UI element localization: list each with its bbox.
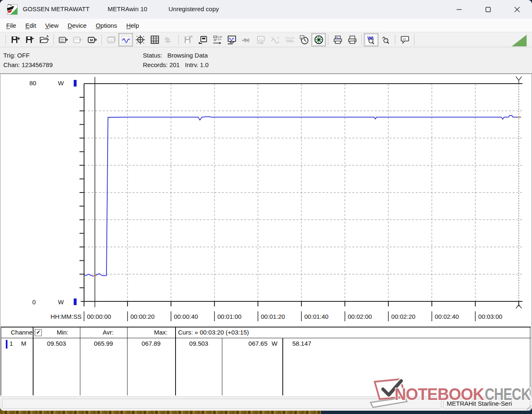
- print-preview-button[interactable]: [330, 33, 345, 46]
- records-text: Records: 201 Intrv. 1.0: [143, 61, 209, 68]
- col-header-min: Min:: [57, 329, 90, 336]
- live-gauge-icon: [314, 35, 324, 45]
- save-file-button[interactable]: [8, 33, 22, 46]
- menu-help[interactable]: Help: [122, 20, 144, 31]
- chart-plot-area[interactable]: 00:00:0000:00:2000:00:4000:01:0000:01:20…: [0, 74, 532, 327]
- schedule-icon: 12: [299, 35, 309, 45]
- svg-text:1257: 1257: [108, 39, 113, 41]
- annotations-button[interactable]: 1/2: [397, 33, 412, 46]
- title-app-name: GOSSEN METRAWATT: [23, 5, 89, 12]
- print-preview-icon: [333, 35, 343, 45]
- cell-cursor-delta: 58.147: [292, 340, 311, 347]
- display-view-icon: 1257: [106, 35, 116, 45]
- channel-settings-button[interactable]: 1:AV2:V-: [210, 33, 224, 46]
- menu-device[interactable]: Device: [63, 20, 91, 31]
- save-as-button[interactable]: [22, 33, 37, 46]
- col-header-max: Max:: [154, 329, 168, 336]
- menu-edit[interactable]: Edit: [21, 20, 41, 31]
- toolbar-resize-triangle[interactable]: [512, 35, 527, 46]
- menu-bar: FileEditViewDeviceOptionsHelp: [0, 19, 532, 32]
- svg-text:00:02:20: 00:02:20: [391, 313, 415, 320]
- toolbar-separator: [101, 34, 102, 45]
- svg-text:00:00:20: 00:00:20: [130, 313, 154, 320]
- svg-text:00:02:40: 00:02:40: [435, 313, 459, 320]
- formula-button[interactable]: =f(x): [239, 33, 253, 46]
- svg-text:00:01:20: 00:01:20: [261, 313, 285, 320]
- zoom-in-icon: [366, 35, 376, 45]
- meter-config-button: 321: [253, 33, 268, 46]
- cell-unit: W: [272, 340, 277, 347]
- read-memory-button[interactable]: M: [85, 33, 99, 46]
- svg-text:2:V-: 2:V-: [218, 38, 221, 41]
- meter-config-icon: 321: [256, 35, 266, 45]
- single-wave-icon: [270, 35, 280, 45]
- toolbar: 321321M12571:AV2:V-=f(x)321121/2: [0, 32, 532, 47]
- zoom-in-button[interactable]: [364, 33, 378, 46]
- minimize-button[interactable]: [450, 0, 469, 19]
- zoom-out-icon: [381, 35, 391, 45]
- status-text: Status: Browsing Data: [143, 52, 208, 59]
- table-view-button[interactable]: [147, 33, 162, 46]
- toolbar-separator: [5, 34, 6, 45]
- chart-view-button[interactable]: [118, 33, 133, 46]
- app-window: GOSSEN METRAWATT METRAwin 10 Unregistere…: [0, 0, 532, 411]
- toolbar-separator: [361, 34, 362, 45]
- device-settings-button[interactable]: [195, 33, 210, 46]
- svg-text:00:03:00: 00:03:00: [478, 313, 502, 320]
- menu-file[interactable]: File: [2, 20, 21, 31]
- channel-checkbox[interactable]: ✓: [35, 329, 42, 336]
- cell-avr: 065.99: [80, 340, 127, 347]
- print-icon: [347, 35, 357, 45]
- schedule-button[interactable]: 12: [297, 33, 311, 46]
- menu-view[interactable]: View: [41, 20, 63, 31]
- write-device-icon: 321: [73, 35, 83, 45]
- open-file-button[interactable]: [37, 33, 51, 46]
- title-license: Unregistered copy: [169, 5, 219, 12]
- monitor-view-button[interactable]: [224, 33, 239, 46]
- open-file-icon: [39, 35, 49, 45]
- read-memory-icon: M: [87, 35, 97, 45]
- monitor-view-icon: [227, 35, 237, 45]
- svg-text:1/2: 1/2: [402, 38, 406, 40]
- cell-channel-mode: M: [21, 340, 26, 347]
- cell-max: 067.89: [127, 340, 175, 347]
- toolbar-separator: [328, 34, 328, 45]
- write-device-button: 321: [70, 33, 85, 46]
- svg-text:00:02:00: 00:02:00: [348, 313, 372, 320]
- cell-cursor2-value: 067.65: [222, 340, 267, 347]
- annotations-icon: 1/2: [400, 35, 410, 45]
- zoom-out-button[interactable]: [378, 33, 393, 46]
- svg-text:321: 321: [75, 38, 79, 41]
- maximize-button[interactable]: [479, 0, 498, 19]
- col-header-avr: Avr:: [103, 329, 113, 336]
- device-settings-icon: [198, 35, 208, 45]
- print-button[interactable]: [345, 33, 359, 46]
- trigger-status: Trig: OFF: [3, 52, 30, 59]
- col-header-channel: Channel:: [11, 329, 36, 336]
- read-device-button[interactable]: 321: [56, 33, 70, 46]
- svg-text:00:00:00: 00:00:00: [87, 313, 111, 320]
- xy-view-button[interactable]: [133, 33, 147, 46]
- channel-status: Chan: 123456789: [3, 61, 53, 68]
- live-gauge-button[interactable]: [311, 33, 326, 46]
- histogram-view-icon: [164, 35, 174, 45]
- multi-wave-icon: [285, 35, 295, 45]
- channel-settings-icon: 1:AV2:V-: [212, 35, 222, 45]
- watermark-notebook-text: NOTEBOOK: [395, 385, 484, 403]
- svg-text:321: 321: [60, 38, 65, 41]
- export-data-icon: [183, 35, 193, 45]
- toolbar-separator: [53, 34, 54, 45]
- svg-text:12: 12: [301, 36, 303, 39]
- read-device-icon: 321: [58, 35, 68, 45]
- multi-wave-button: [282, 33, 297, 46]
- cell-channel-number: 1: [10, 340, 13, 347]
- histogram-view-button: [162, 33, 176, 46]
- xy-view-icon: [135, 35, 145, 45]
- toolbar-separator: [395, 34, 395, 45]
- save-as-icon: [25, 35, 35, 45]
- close-button[interactable]: [508, 0, 527, 19]
- menu-options[interactable]: Options: [91, 20, 122, 31]
- title-product: METRAwin 10: [108, 5, 147, 12]
- display-view-button: 1257: [104, 33, 118, 46]
- svg-text:00:01:40: 00:01:40: [304, 313, 328, 320]
